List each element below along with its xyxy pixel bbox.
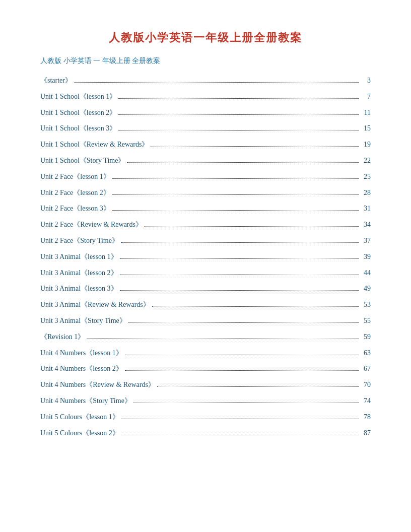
toc-dots — [87, 339, 359, 339]
toc-page: 34 — [361, 219, 371, 231]
toc-label: Unit 3 Animal《lesson 1》 — [40, 251, 118, 263]
toc-dots — [128, 322, 359, 323]
toc-label: 《Revision 1》 — [40, 331, 85, 343]
toc-page: 67 — [361, 363, 371, 375]
toc-page: 55 — [361, 315, 371, 327]
toc-item: Unit 4 Numbers《lesson 1》63 — [40, 347, 371, 359]
toc-page: 53 — [361, 299, 371, 311]
toc-label: Unit 3 Animal《lesson 2》 — [40, 267, 118, 279]
toc-item: Unit 2 Face《lesson 3》31 — [40, 203, 371, 215]
toc-item: Unit 3 Animal《lesson 3》49 — [40, 283, 371, 295]
toc-label: 《starter》 — [40, 75, 72, 87]
main-title: 人教版小学英语一年级上册全册教案 — [40, 30, 371, 45]
toc-label: Unit 2 Face《lesson 1》 — [40, 171, 110, 183]
toc-page: 87 — [361, 427, 371, 439]
toc-dots — [152, 306, 359, 307]
toc-label: Unit 3 Animal《Review & Rewards》 — [40, 299, 150, 311]
subtitle: 人教版 小学英语 一 年级上册 全册教案 — [40, 56, 371, 65]
toc-item: Unit 3 Animal《lesson 1》39 — [40, 251, 371, 263]
toc-page: 25 — [361, 171, 371, 183]
toc-page: 11 — [361, 107, 371, 119]
toc-dots — [112, 210, 359, 211]
toc-item: Unit 2 Face《Story Time》37 — [40, 235, 371, 247]
toc-label: Unit 2 Face《lesson 3》 — [40, 203, 110, 215]
toc-item: Unit 2 Face《Review & Rewards》34 — [40, 219, 371, 231]
toc-dots — [151, 146, 359, 147]
toc-item: Unit 1 School《lesson 1》7 — [40, 91, 371, 103]
toc-label: Unit 3 Animal《Story Time》 — [40, 315, 126, 327]
toc-label: Unit 4 Numbers《Story Time》 — [40, 395, 131, 407]
toc-item: Unit 1 School《lesson 3》15 — [40, 122, 371, 135]
toc-dots — [121, 435, 359, 435]
toc-item: Unit 2 Face《lesson 2》28 — [40, 187, 371, 199]
toc-label: Unit 4 Numbers《lesson 1》 — [40, 347, 123, 359]
toc-dots — [118, 130, 359, 130]
toc-label: Unit 2 Face《lesson 2》 — [40, 187, 110, 199]
toc-page: 3 — [361, 75, 371, 87]
toc-page: 15 — [361, 122, 371, 135]
toc-page: 74 — [361, 395, 371, 407]
toc-page: 37 — [361, 235, 371, 247]
toc-item: 《starter》3 — [40, 75, 371, 87]
toc-page: 63 — [361, 347, 371, 359]
toc-dots — [120, 258, 359, 259]
toc-item: Unit 3 Animal《Story Time》55 — [40, 315, 371, 327]
toc-item: 《Revision 1》59 — [40, 331, 371, 343]
toc-dots — [133, 403, 359, 403]
toc-page: 22 — [361, 155, 371, 167]
toc-label: Unit 4 Numbers《Review & Rewards》 — [40, 379, 155, 391]
toc-page: 39 — [361, 251, 371, 263]
toc-item: Unit 1 School《Review & Rewards》19 — [40, 139, 371, 151]
toc-dots — [127, 162, 359, 163]
toc-item: Unit 5 Colours《lesson 1》78 — [40, 411, 371, 423]
toc-label: Unit 5 Colours《lesson 1》 — [40, 411, 119, 423]
toc-label: Unit 2 Face《Story Time》 — [40, 235, 119, 247]
toc-container: 《starter》3Unit 1 School《lesson 1》7Unit 1… — [40, 75, 371, 439]
toc-page: 28 — [361, 187, 371, 199]
toc-page: 31 — [361, 203, 371, 215]
toc-label: Unit 1 School《lesson 1》 — [40, 91, 116, 103]
toc-label: Unit 1 School《lesson 3》 — [40, 122, 116, 135]
toc-page: 19 — [361, 139, 371, 151]
toc-page: 78 — [361, 411, 371, 423]
toc-dots — [120, 275, 359, 275]
toc-dots — [118, 98, 359, 99]
toc-item: Unit 5 Colours《lesson 2》87 — [40, 427, 371, 439]
toc-dots — [112, 178, 359, 179]
toc-item: Unit 4 Numbers《Story Time》74 — [40, 395, 371, 407]
toc-label: Unit 1 School《lesson 2》 — [40, 107, 116, 119]
toc-dots — [121, 242, 359, 243]
toc-item: Unit 4 Numbers《lesson 2》67 — [40, 363, 371, 375]
toc-dots — [125, 370, 359, 371]
toc-item: Unit 1 School《lesson 2》11 — [40, 107, 371, 119]
toc-dots — [120, 290, 359, 291]
toc-item: Unit 3 Animal《Review & Rewards》53 — [40, 299, 371, 311]
toc-label: Unit 3 Animal《lesson 3》 — [40, 283, 118, 295]
toc-label: Unit 1 School《Story Time》 — [40, 155, 125, 167]
toc-dots — [125, 355, 359, 355]
toc-dots — [121, 419, 359, 419]
toc-page: 7 — [361, 91, 371, 103]
toc-label: Unit 1 School《Review & Rewards》 — [40, 139, 149, 151]
toc-page: 59 — [361, 331, 371, 343]
toc-dots — [74, 82, 359, 83]
toc-label: Unit 5 Colours《lesson 2》 — [40, 427, 119, 439]
toc-item: Unit 1 School《Story Time》22 — [40, 155, 371, 167]
toc-page: 49 — [361, 283, 371, 295]
toc-label: Unit 2 Face《Review & Rewards》 — [40, 219, 143, 231]
toc-dots — [112, 194, 359, 195]
toc-dots — [145, 226, 359, 227]
toc-dots — [157, 386, 359, 387]
toc-item: Unit 3 Animal《lesson 2》44 — [40, 267, 371, 279]
toc-page: 70 — [361, 379, 371, 391]
toc-dots — [118, 114, 359, 115]
toc-page: 44 — [361, 267, 371, 279]
toc-item: Unit 2 Face《lesson 1》25 — [40, 171, 371, 183]
toc-item: Unit 4 Numbers《Review & Rewards》70 — [40, 379, 371, 391]
toc-label: Unit 4 Numbers《lesson 2》 — [40, 363, 123, 375]
